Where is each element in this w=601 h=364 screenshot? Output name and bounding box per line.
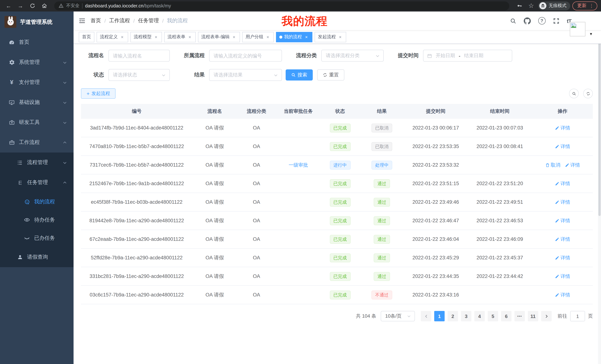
- search-icon[interactable]: [510, 18, 516, 24]
- status-badge: 已完成: [330, 235, 351, 244]
- more-pages-button[interactable]: •••: [514, 311, 525, 321]
- chevron-up-icon: [63, 140, 67, 144]
- close-icon[interactable]: ×: [153, 34, 159, 39]
- fullscreen-icon[interactable]: [553, 18, 559, 24]
- status-select[interactable]: 请选择状态: [109, 69, 170, 81]
- tab-start-process[interactable]: 发起流程×: [315, 32, 346, 42]
- page-button[interactable]: 2: [448, 311, 458, 321]
- reload-icon[interactable]: [28, 1, 37, 10]
- sidebar-item-process-mgmt[interactable]: 流程管理: [0, 153, 74, 172]
- refresh-list-button[interactable]: [583, 89, 593, 98]
- chevron-down-icon: [161, 73, 166, 77]
- home-icon[interactable]: [39, 1, 49, 10]
- detail-link[interactable]: 详情: [565, 162, 580, 168]
- close-icon[interactable]: ×: [120, 34, 125, 39]
- status-badge: 已完成: [330, 142, 351, 151]
- detail-link[interactable]: 详情: [555, 180, 570, 187]
- goto-page-input[interactable]: [570, 311, 585, 321]
- close-icon[interactable]: ×: [265, 34, 270, 39]
- process-name-input[interactable]: [109, 50, 170, 62]
- detail-link[interactable]: 详情: [555, 291, 570, 298]
- tab-process-form-edit[interactable]: 流程表单-编辑×: [198, 32, 240, 42]
- close-icon[interactable]: ×: [304, 34, 309, 39]
- filter-time-label: 提交时间: [393, 52, 419, 59]
- forward-icon[interactable]: →: [16, 1, 25, 10]
- category-select[interactable]: 请选择流程分类: [321, 50, 384, 62]
- tab-process-form[interactable]: 流程表单×: [164, 32, 196, 42]
- page-button[interactable]: 4: [474, 311, 485, 321]
- show-search-button[interactable]: [569, 89, 579, 98]
- trash-icon: [545, 163, 550, 167]
- detail-link[interactable]: 详情: [555, 199, 570, 205]
- avatar-caret-icon[interactable]: ▼: [589, 32, 593, 36]
- tab-user-group[interactable]: 用户分组×: [242, 32, 274, 42]
- sidebar-item-system[interactable]: 系统管理: [0, 52, 74, 72]
- sidebar-item-todo-tasks[interactable]: 待办任务: [0, 211, 74, 229]
- detail-link[interactable]: 详情: [555, 254, 570, 261]
- close-icon[interactable]: ×: [231, 34, 237, 39]
- tab-my-process[interactable]: 我的流程×: [276, 32, 312, 42]
- detail-link[interactable]: 详情: [555, 236, 570, 242]
- tab-process-model[interactable]: 流程模型×: [130, 32, 162, 42]
- chevron-down-icon: [376, 54, 380, 58]
- help-icon[interactable]: ?: [538, 17, 546, 25]
- search-button[interactable]: 搜索: [286, 69, 313, 80]
- sidebar-item-done-tasks[interactable]: 已办任务: [0, 229, 74, 247]
- submit-time-range[interactable]: 开始日期 - 结束日期: [423, 50, 512, 62]
- sidebar-item-payment[interactable]: ¥ 支付管理: [0, 72, 74, 92]
- top-navbar: 首页 / 工作流程 / 任务管理 / 我的流程 我的流程: [74, 11, 601, 30]
- sidebar-item-infra[interactable]: 基础设施: [0, 92, 74, 112]
- sidebar-item-label: 我的流程: [34, 198, 67, 205]
- page-button[interactable]: 3: [461, 311, 471, 321]
- next-page-button[interactable]: [541, 311, 551, 321]
- sidebar-item-devtools[interactable]: 研发工具: [0, 112, 74, 133]
- tab-process-definition[interactable]: 流程定义×: [97, 32, 128, 42]
- detail-link[interactable]: 详情: [555, 273, 570, 280]
- page-button[interactable]: 1: [434, 311, 445, 321]
- back-icon[interactable]: ←: [4, 1, 13, 10]
- sidebar: 芋道管理系统 首页 系统管理 ¥ 支付管理: [0, 11, 74, 364]
- cancel-link[interactable]: 取消: [545, 162, 560, 168]
- page-button[interactable]: 5: [488, 311, 498, 321]
- sidebar-item-home[interactable]: 首页: [0, 32, 74, 52]
- page-scrollbar[interactable]: [598, 11, 601, 364]
- address-bar[interactable]: 不安全 dashboard.yudao.iocoder.cn/bpm/task/…: [54, 1, 509, 10]
- key-icon[interactable]: [514, 1, 524, 10]
- tab-home[interactable]: 首页: [79, 32, 94, 42]
- close-icon[interactable]: ×: [187, 34, 192, 39]
- security-label[interactable]: 不安全: [66, 3, 80, 9]
- result-badge: 已取消: [371, 142, 392, 151]
- edit-icon: [555, 256, 559, 260]
- process-definition-input[interactable]: [209, 50, 282, 62]
- close-icon[interactable]: ×: [338, 34, 343, 39]
- detail-link[interactable]: 详情: [555, 143, 570, 150]
- update-button[interactable]: 更新 ⋮: [572, 1, 597, 10]
- yen-icon: ¥: [9, 79, 15, 85]
- bookmark-star-icon[interactable]: ☆: [526, 1, 536, 10]
- current-task-link[interactable]: 一级审批: [289, 162, 308, 168]
- breadcrumb-home[interactable]: 首页: [91, 18, 101, 24]
- sidebar-item-my-process[interactable]: 我的流程: [0, 192, 74, 211]
- sidebar-item-leave-query[interactable]: 请假查询: [0, 247, 74, 267]
- browser-menu-icon[interactable]: ⋮: [589, 3, 594, 9]
- edit-icon: [565, 163, 569, 167]
- start-process-button[interactable]: + 发起流程: [81, 88, 116, 99]
- reset-button[interactable]: 重置: [317, 69, 344, 80]
- avatar[interactable]: [570, 22, 585, 36]
- result-badge: 通过: [374, 198, 390, 207]
- detail-link[interactable]: 详情: [555, 217, 570, 224]
- sidebar-item-task-mgmt[interactable]: 任务管理: [0, 172, 74, 192]
- collapse-menu-icon[interactable]: [79, 18, 85, 24]
- prev-page-button[interactable]: [421, 311, 431, 321]
- sidebar-item-workflow[interactable]: 工作流程: [0, 133, 74, 153]
- page-size-select[interactable]: 10条/页: [381, 311, 415, 321]
- detail-link[interactable]: 详情: [555, 125, 570, 131]
- url-text[interactable]: dashboard.yudao.iocoder.cn/bpm/task/my: [85, 3, 171, 8]
- github-icon[interactable]: [524, 17, 531, 24]
- result-select[interactable]: 请选择流结果: [209, 69, 282, 81]
- page-button[interactable]: 11: [528, 311, 538, 321]
- status-badge: 已完成: [330, 198, 351, 207]
- page-button[interactable]: 6: [501, 311, 511, 321]
- edit-icon: [555, 144, 559, 149]
- refresh-icon: [323, 73, 327, 77]
